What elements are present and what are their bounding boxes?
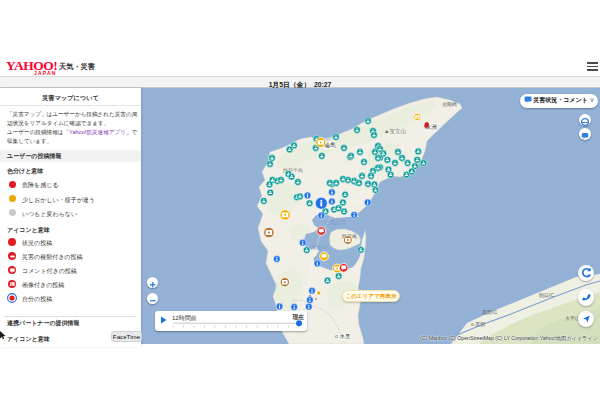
svg-text:金剛崎: 金剛崎	[442, 101, 457, 108]
svg-text:o 黒部: o 黒部	[471, 321, 485, 328]
svg-text:朝日IC: 朝日IC	[539, 292, 554, 299]
svg-text:黒部IC: 黒部IC	[482, 309, 497, 316]
svg-text:o 氷見: o 氷見	[335, 333, 351, 340]
svg-text:12時間前: 12時間前	[172, 315, 197, 322]
svg-text:七尾北湾: 七尾北湾	[324, 219, 347, 226]
svg-text:現在: 現在	[292, 313, 305, 321]
svg-text:▲宝立山: ▲宝立山	[384, 128, 406, 134]
